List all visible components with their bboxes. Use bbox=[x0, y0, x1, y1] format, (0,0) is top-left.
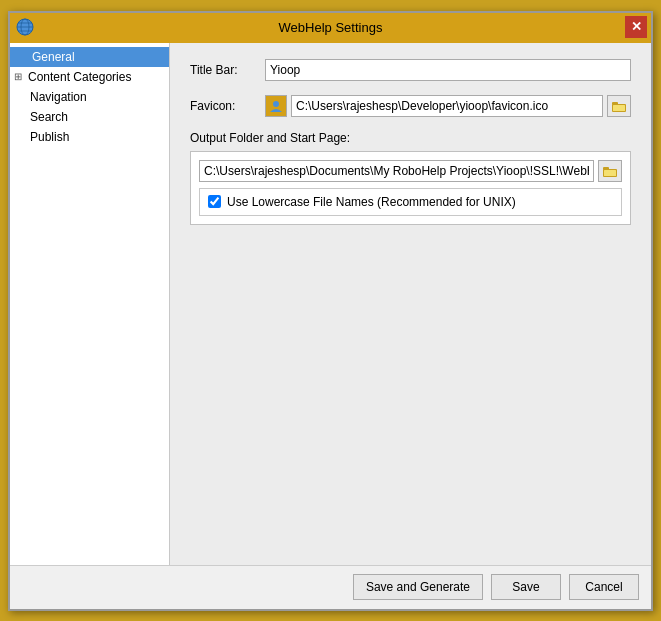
lowercase-checkbox[interactable] bbox=[208, 195, 221, 208]
favicon-path-input[interactable] bbox=[291, 95, 603, 117]
sidebar-item-publish[interactable]: Publish bbox=[10, 127, 169, 147]
output-section: Output Folder and Start Page: bbox=[190, 131, 631, 225]
save-generate-button[interactable]: Save and Generate bbox=[353, 574, 483, 600]
sidebar: General ⊞ Content Categories Navigation … bbox=[10, 43, 170, 565]
cancel-button[interactable]: Cancel bbox=[569, 574, 639, 600]
globe-icon bbox=[16, 18, 34, 36]
sidebar-publish-label: Publish bbox=[30, 130, 69, 144]
lowercase-checkbox-row: Use Lowercase File Names (Recommended fo… bbox=[199, 188, 622, 216]
webhelp-settings-dialog: WebHelp Settings ✕ General ⊞ Content Cat… bbox=[8, 11, 653, 611]
svg-rect-8 bbox=[613, 105, 625, 111]
main-content: Title Bar: Favicon: bbox=[170, 43, 651, 565]
sidebar-navigation-label: Navigation bbox=[30, 90, 87, 104]
sidebar-item-search[interactable]: Search bbox=[10, 107, 169, 127]
favicon-input-group bbox=[265, 95, 631, 117]
expand-categories-icon: ⊞ bbox=[14, 71, 28, 82]
output-path-row bbox=[199, 160, 622, 182]
sidebar-item-general[interactable]: General bbox=[10, 47, 169, 67]
sidebar-search-label: Search bbox=[30, 110, 68, 124]
svg-point-5 bbox=[273, 101, 279, 107]
dialog-body: General ⊞ Content Categories Navigation … bbox=[10, 43, 651, 565]
output-browse-button[interactable] bbox=[598, 160, 622, 182]
save-button[interactable]: Save bbox=[491, 574, 561, 600]
close-button[interactable]: ✕ bbox=[625, 16, 647, 38]
svg-rect-7 bbox=[612, 102, 618, 105]
output-section-label: Output Folder and Start Page: bbox=[190, 131, 631, 145]
sidebar-categories-label: Content Categories bbox=[28, 70, 131, 84]
sidebar-general-label: General bbox=[32, 50, 75, 64]
dialog-footer: Save and Generate Save Cancel bbox=[10, 565, 651, 609]
favicon-icon bbox=[265, 95, 287, 117]
title-bar-label: Title Bar: bbox=[190, 63, 265, 77]
title-bar: WebHelp Settings ✕ bbox=[10, 13, 651, 43]
dialog-title: WebHelp Settings bbox=[279, 20, 383, 35]
svg-rect-10 bbox=[603, 167, 609, 170]
favicon-row: Favicon: bbox=[190, 95, 631, 117]
favicon-label: Favicon: bbox=[190, 99, 265, 113]
svg-rect-11 bbox=[604, 170, 616, 176]
lowercase-checkbox-label: Use Lowercase File Names (Recommended fo… bbox=[227, 195, 516, 209]
title-bar-input[interactable] bbox=[265, 59, 631, 81]
sidebar-item-navigation[interactable]: Navigation bbox=[10, 87, 169, 107]
output-section-box: Use Lowercase File Names (Recommended fo… bbox=[190, 151, 631, 225]
title-bar-row: Title Bar: bbox=[190, 59, 631, 81]
favicon-browse-button[interactable] bbox=[607, 95, 631, 117]
output-path-input[interactable] bbox=[199, 160, 594, 182]
sidebar-item-content-categories[interactable]: ⊞ Content Categories bbox=[10, 67, 169, 87]
